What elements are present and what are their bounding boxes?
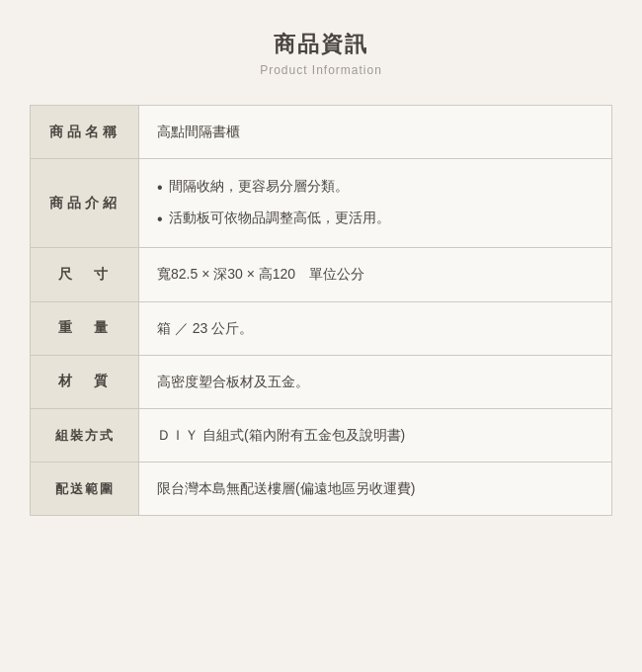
page-subtitle: Product Information (30, 63, 612, 77)
table-row: 材 質高密度塑合板材及五金。 (31, 356, 611, 409)
bullet-text: 間隔收納，更容易分層分類。 (169, 175, 349, 199)
row-label-3: 重 量 (31, 302, 139, 355)
bullet-text: 活動板可依物品調整高低，更活用。 (169, 207, 390, 230)
table-row: 商品名稱高點間隔書櫃 (31, 106, 611, 159)
product-table: 商品名稱高點間隔書櫃商品介紹•間隔收納，更容易分層分類。•活動板可依物品調整高低… (30, 105, 612, 516)
table-row: 尺 寸寬82.5 × 深30 × 高120 單位公分 (31, 248, 611, 301)
table-row: 重 量箱 ／ 23 公斤。 (31, 302, 611, 356)
bullet-item: •間隔收納，更容易分層分類。 (157, 175, 349, 201)
row-value-5: ＤＩＹ 自組式(箱內附有五金包及說明書) (139, 409, 611, 462)
row-label-6: 配送範圍 (31, 462, 139, 515)
table-row: 商品介紹•間隔收納，更容易分層分類。•活動板可依物品調整高低，更活用。 (31, 159, 611, 248)
bullet-icon: • (157, 207, 163, 232)
row-value-1: •間隔收納，更容易分層分類。•活動板可依物品調整高低，更活用。 (139, 159, 611, 247)
bullet-item: •活動板可依物品調整高低，更活用。 (157, 207, 390, 232)
bullet-icon: • (157, 175, 163, 201)
row-label-5: 組裝方式 (31, 409, 139, 462)
row-label-0: 商品名稱 (31, 106, 139, 158)
row-value-4: 高密度塑合板材及五金。 (139, 356, 611, 408)
row-value-0: 高點間隔書櫃 (139, 106, 611, 158)
row-value-6: 限台灣本島無配送樓層(偏遠地區另收運費) (139, 462, 611, 515)
page-title: 商品資訊 (30, 30, 612, 59)
table-row: 配送範圍限台灣本島無配送樓層(偏遠地區另收運費) (31, 462, 611, 515)
row-label-4: 材 質 (31, 356, 139, 408)
row-value-3: 箱 ／ 23 公斤。 (139, 302, 611, 355)
table-row: 組裝方式ＤＩＹ 自組式(箱內附有五金包及說明書) (31, 409, 611, 462)
page-header: 商品資訊 Product Information (30, 20, 612, 89)
product-info-container: 商品資訊 Product Information 商品名稱高點間隔書櫃商品介紹•… (30, 20, 612, 516)
row-value-2: 寬82.5 × 深30 × 高120 單位公分 (139, 248, 611, 300)
row-label-1: 商品介紹 (31, 159, 139, 247)
row-label-2: 尺 寸 (31, 248, 139, 300)
